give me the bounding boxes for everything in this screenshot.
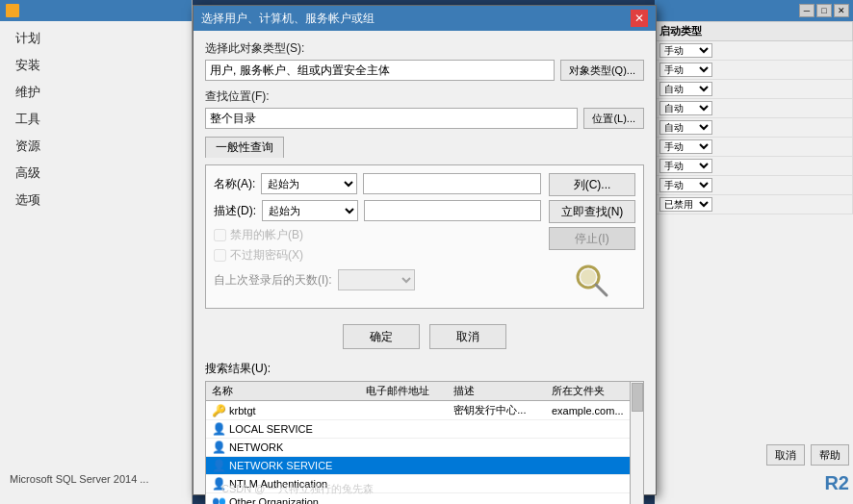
startup-type-select[interactable]: 手动 (659, 178, 712, 192)
name-select[interactable]: 起始为 (261, 173, 357, 194)
table-row[interactable]: 👤 NETWORK (206, 439, 643, 457)
result-folder-cell (546, 457, 643, 475)
app-label: Microsoft SQL Server 2014 ... (10, 473, 148, 485)
sidebar-item-安装[interactable]: 安装 (0, 52, 192, 79)
result-name-cell: 👤 NETWORK (206, 439, 360, 457)
stop-button[interactable]: 停止(I) (549, 227, 635, 250)
help-button[interactable]: 帮助 (811, 444, 849, 466)
sidebar-item-工具[interactable]: 工具 (0, 106, 192, 133)
result-desc-cell (448, 457, 546, 475)
close-button[interactable]: ✕ (834, 4, 849, 17)
results-thead: 名称 电子邮件地址 描述 所在文件夹 (206, 382, 643, 401)
dialog-close-button[interactable]: ✕ (631, 10, 648, 27)
query-inner: 名称(A): 起始为 描述(D): 起始为 (214, 173, 635, 300)
general-query-section: 名称(A): 起始为 描述(D): 起始为 (205, 164, 644, 309)
result-name-cell: 👤 LOCAL SERVICE (206, 420, 360, 439)
service-row: 自动 (656, 99, 853, 118)
ok-button[interactable]: 确定 (343, 324, 420, 349)
days-label: 自上次登录后的天数(I): (214, 272, 332, 289)
result-desc-cell (448, 439, 546, 457)
location-row: 位置(L)... (205, 108, 644, 129)
result-folder-cell (546, 493, 643, 505)
noexpire-password-label: 不过期密码(X) (230, 247, 303, 264)
disabled-account-row: 禁用的帐户(B) (214, 227, 541, 243)
object-type-row: 对象类型(Q)... (205, 60, 644, 81)
result-name-cell: 🔑 krbtgt (206, 401, 360, 420)
dialog-content: 选择此对象类型(S): 对象类型(Q)... 查找位置(F): 位置(L)...… (194, 31, 656, 504)
col-email-header: 电子邮件地址 (360, 382, 448, 401)
minimize-button[interactable]: ─ (799, 4, 814, 17)
object-type-input[interactable] (205, 60, 555, 81)
desc-select[interactable]: 起始为 (262, 200, 358, 221)
startup-type-select[interactable]: 已禁用 (659, 197, 712, 212)
left-nav: 计划安装维护工具资源高级选项 (0, 21, 192, 217)
result-desc-cell: 密钥发行中心... (448, 401, 546, 420)
object-type-button[interactable]: 对象类型(Q)... (560, 60, 644, 81)
name-text-input[interactable] (363, 173, 541, 194)
maximize-button[interactable]: □ (816, 4, 832, 17)
object-type-label: 选择此对象类型(S): (205, 40, 644, 57)
startup-type-select[interactable]: 自动 (659, 82, 712, 96)
desc-text-input[interactable] (364, 200, 541, 221)
location-input[interactable] (205, 108, 578, 129)
col-folder-header: 所在文件夹 (546, 382, 643, 401)
desc-row: 描述(D): 起始为 (214, 200, 541, 221)
sidebar-item-维护[interactable]: 维护 (0, 79, 192, 106)
service-row: 手动 (656, 61, 853, 80)
columns-button[interactable]: 列(C)... (549, 173, 635, 196)
row-icon: 👤 (212, 422, 226, 436)
result-folder-cell (546, 439, 643, 457)
results-header-row: 名称 电子邮件地址 描述 所在文件夹 (206, 382, 643, 401)
days-select[interactable] (338, 269, 415, 290)
result-email-cell (360, 457, 448, 475)
result-email-cell (360, 420, 448, 439)
row-icon: 👤 (212, 459, 226, 472)
result-folder-cell (546, 420, 643, 439)
service-row: 手动 (656, 176, 853, 195)
service-row: 手动 (656, 138, 853, 157)
service-row: 自动 (656, 80, 853, 99)
service-row: 手动 (656, 41, 853, 61)
table-row[interactable]: 👤 LOCAL SERVICE (206, 420, 643, 439)
select-users-dialog: 选择用户、计算机、服务帐户或组 ✕ 选择此对象类型(S): 对象类型(Q)...… (193, 5, 657, 495)
sidebar-item-计划[interactable]: 计划 (0, 25, 192, 52)
location-label: 查找位置(F): (205, 88, 644, 105)
result-folder-cell (546, 475, 643, 493)
sidebar-item-资源[interactable]: 资源 (0, 133, 192, 160)
app-icon (6, 4, 19, 17)
results-label: 搜索结果(U): (205, 361, 644, 377)
table-row[interactable]: 🔑 krbtgt密钥发行中心...example.com... (206, 401, 643, 420)
result-name-cell: 👤 NETWORK SERVICE (206, 457, 360, 475)
general-query-wrapper: 一般性查询 名称(A): 起始为 描述 (205, 137, 644, 309)
startup-type-select[interactable]: 手动 (659, 43, 712, 58)
scrollbar-track[interactable] (630, 382, 643, 504)
col-name-header: 名称 (206, 382, 360, 401)
general-query-tab: 一般性查询 (205, 137, 284, 158)
query-left: 名称(A): 起始为 描述(D): 起始为 (214, 173, 541, 300)
service-row: 手动 (656, 157, 853, 176)
search-now-button[interactable]: 立即查找(N) (549, 200, 635, 223)
startup-type-select[interactable]: 自动 (659, 101, 712, 115)
row-icon: 👥 (212, 495, 226, 504)
sidebar-item-选项[interactable]: 选项 (0, 187, 192, 214)
cancel-button[interactable]: 取消 (429, 324, 506, 349)
scrollbar-thumb[interactable] (632, 383, 643, 412)
startup-type-select[interactable]: 手动 (659, 139, 712, 154)
search-icon-area (549, 262, 635, 300)
startup-type-select[interactable]: 自动 (659, 120, 712, 135)
result-email-cell (360, 401, 448, 420)
svg-point-1 (581, 269, 596, 285)
cancel-button-right[interactable]: 取消 (766, 444, 805, 466)
row-icon: 👤 (212, 441, 226, 454)
table-row[interactable]: 👤 NETWORK SERVICE (206, 457, 643, 475)
startup-type-select[interactable]: 手动 (659, 159, 712, 173)
startup-type-header: 启动类型 (656, 22, 853, 41)
dialog-footer: 确定 取消 (205, 316, 644, 357)
location-button[interactable]: 位置(L)... (583, 108, 644, 129)
name-field-label: 名称(A): (214, 176, 255, 192)
col-desc-header: 描述 (448, 382, 546, 401)
sidebar-item-高级[interactable]: 高级 (0, 160, 192, 187)
noexpire-password-row: 不过期密码(X) (214, 247, 541, 264)
startup-type-select[interactable]: 手动 (659, 63, 712, 77)
desc-field-label: 描述(D): (214, 203, 256, 219)
